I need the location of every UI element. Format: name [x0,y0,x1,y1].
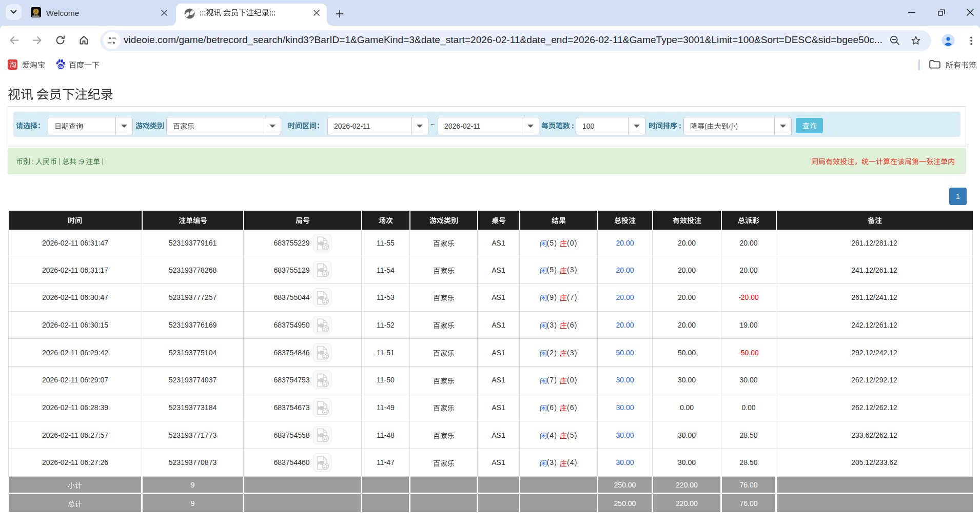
svg-text:du: du [58,64,64,69]
